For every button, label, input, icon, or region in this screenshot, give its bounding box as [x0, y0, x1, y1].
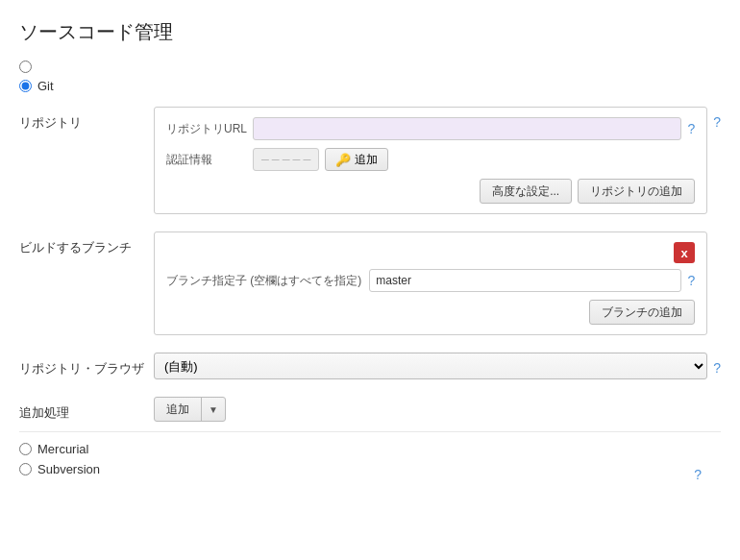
- repo-url-help-icon[interactable]: ?: [687, 121, 695, 136]
- repo-url-label: リポジトリURL: [166, 121, 253, 137]
- auth-row: 認証情報 ─ ─ ─ ─ ─ 🔑 追加: [166, 148, 695, 171]
- delete-branch-button[interactable]: x: [674, 242, 695, 263]
- radio-mercurial[interactable]: [19, 443, 32, 455]
- browser-section: リポジトリ・ブラウザ (自動) githubweb gitblit gitile…: [19, 353, 721, 379]
- add-repository-button[interactable]: リポジトリの追加: [578, 179, 695, 204]
- advanced-settings-button[interactable]: 高度な設定...: [480, 179, 572, 204]
- branch-specifier-help-icon[interactable]: ?: [687, 273, 695, 288]
- addprocess-row: 追加 ▼: [154, 397, 226, 422]
- auth-label: 認証情報: [166, 152, 253, 168]
- repo-buttons: 高度な設定... リポジトリの追加: [166, 179, 695, 204]
- branch-specifier-row: ブランチ指定子 (空欄はすべてを指定) ?: [166, 269, 695, 292]
- radio-none[interactable]: [19, 61, 32, 73]
- radio-git-label[interactable]: Git: [37, 79, 54, 93]
- bottom-radios: Mercurial Subversion ?: [19, 431, 721, 492]
- add-process-button[interactable]: 追加 ▼: [154, 397, 226, 422]
- radio-git-row: Git: [19, 79, 721, 93]
- branch-delete-row: x: [166, 242, 695, 263]
- add-branch-row: ブランチの追加: [166, 300, 695, 325]
- browser-select[interactable]: (自動) githubweb gitblit gitiles gitlist c…: [154, 353, 707, 379]
- subversion-help-icon[interactable]: ?: [694, 467, 702, 482]
- page-title: ソースコード管理: [19, 19, 721, 45]
- additional-section: 追加処理 追加 ▼: [19, 397, 721, 422]
- add-process-dropdown-arrow[interactable]: ▼: [202, 398, 225, 421]
- browser-select-wrapper: (自動) githubweb gitblit gitiles gitlist c…: [154, 353, 707, 379]
- add-auth-label: 追加: [355, 152, 378, 168]
- branch-specifier-label: ブランチ指定子 (空欄はすべてを指定): [166, 273, 361, 289]
- branch-specifier-input[interactable]: [369, 269, 681, 292]
- mercurial-label[interactable]: Mercurial: [37, 442, 88, 456]
- browser-label: リポジトリ・ブラウザ: [19, 353, 154, 377]
- add-branch-button[interactable]: ブランチの追加: [589, 300, 695, 325]
- repo-url-row: リポジトリURL ?: [166, 117, 695, 140]
- add-auth-button[interactable]: 🔑 追加: [325, 148, 388, 171]
- repository-label: リポジトリ: [19, 107, 154, 132]
- radio-none-row: [19, 61, 721, 73]
- branch-section: ビルドするブランチ x ブランチ指定子 (空欄はすべてを指定) ? ブランチの追…: [19, 231, 721, 335]
- auth-value: ─ ─ ─ ─ ─: [253, 148, 319, 171]
- additional-label: 追加処理: [19, 397, 154, 422]
- repository-section: リポジトリ リポジトリURL ? 認証情報 ─ ─ ─ ─ ─ 🔑 追加: [19, 107, 721, 214]
- repository-section-help-icon[interactable]: ?: [713, 114, 721, 130]
- branch-content: x ブランチ指定子 (空欄はすべてを指定) ? ブランチの追加: [154, 231, 707, 335]
- add-process-label: 追加: [155, 398, 202, 421]
- auth-value-text: ─ ─ ─ ─ ─: [261, 154, 310, 165]
- repository-content: リポジトリURL ? 認証情報 ─ ─ ─ ─ ─ 🔑 追加 高度な設定... …: [154, 107, 707, 214]
- browser-section-help-icon[interactable]: ?: [713, 360, 721, 376]
- mercurial-row: Mercurial: [19, 442, 721, 456]
- radio-git[interactable]: [19, 80, 32, 92]
- subversion-row: Subversion: [19, 462, 721, 476]
- branch-label: ビルドするブランチ: [19, 231, 154, 256]
- key-icon: 🔑: [335, 153, 351, 167]
- radio-subversion[interactable]: [19, 463, 32, 475]
- repo-url-input[interactable]: [253, 117, 681, 140]
- delete-icon: x: [681, 246, 688, 260]
- subversion-label[interactable]: Subversion: [37, 462, 100, 476]
